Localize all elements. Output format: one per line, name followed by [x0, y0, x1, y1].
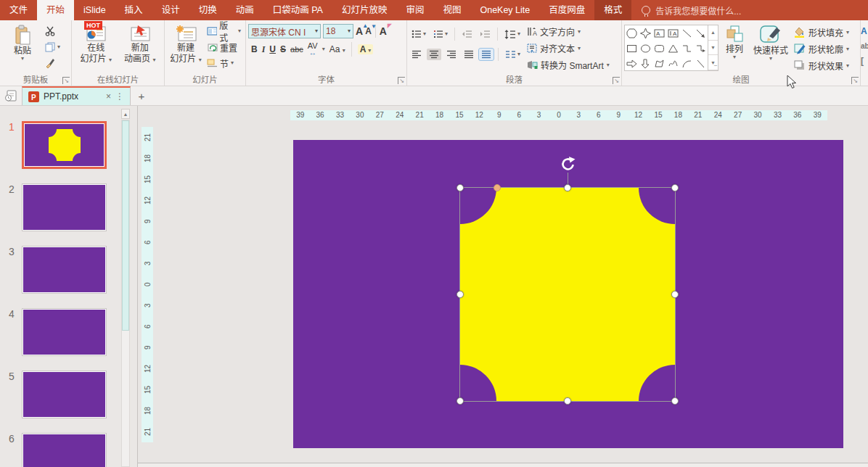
menu-tab[interactable]: 百度网盘: [539, 0, 594, 20]
menu-tab[interactable]: 文件: [0, 0, 37, 20]
align-left-button[interactable]: [409, 49, 424, 60]
align-text-button[interactable]: 对齐文本▾: [527, 41, 610, 56]
shape-elbow-connector[interactable]: [680, 41, 694, 56]
shape-star-4-point[interactable]: [639, 25, 652, 41]
shape-octagon[interactable]: [625, 25, 639, 41]
shape-effects-button[interactable]: 形状效果▾: [794, 58, 849, 73]
shape-triangle[interactable]: [666, 41, 680, 56]
shape-right-arrow[interactable]: [625, 56, 639, 71]
shadow-button[interactable]: S: [280, 44, 286, 54]
shape-text-box[interactable]: A: [652, 25, 666, 41]
resize-handle-se[interactable]: [671, 397, 679, 405]
slide-thumbnail[interactable]: 5: [4, 371, 137, 418]
reset-button[interactable]: 重置: [205, 40, 243, 54]
resize-handle-ne[interactable]: [671, 184, 679, 191]
bold-button[interactable]: B: [251, 44, 258, 54]
strikethrough-button[interactable]: abc: [290, 45, 303, 54]
resize-handle-s[interactable]: [564, 397, 571, 405]
decrease-indent-button[interactable]: [459, 28, 475, 40]
slide-thumbnail-image[interactable]: [22, 371, 107, 418]
increase-font-size-button[interactable]: A▲: [356, 25, 363, 37]
paste-button[interactable]: 粘贴 ▾: [2, 22, 43, 72]
slide-thumbnail-image[interactable]: [22, 183, 107, 231]
align-right-button[interactable]: [444, 49, 459, 60]
arrange-button[interactable]: 排列 ▾: [718, 22, 750, 72]
adjustment-handle[interactable]: [494, 184, 501, 191]
slide-editing-surface[interactable]: [293, 140, 843, 448]
shape-freeform[interactable]: [652, 56, 666, 71]
shape-gallery-scrollbar[interactable]: ▲ ▼ ▼̲: [708, 25, 718, 70]
text-direction-button[interactable]: A 文字方向▾: [527, 24, 610, 39]
tell-me-search[interactable]: 告诉我您想要做什么...: [631, 0, 868, 20]
document-tab[interactable]: P PPT.pptx × ⋮: [22, 86, 131, 105]
yellow-concave-corner-square[interactable]: [460, 188, 675, 401]
shape-rectangle[interactable]: [625, 41, 639, 56]
slide-thumbnail-image[interactable]: [22, 308, 107, 356]
format-painter-button[interactable]: [43, 56, 62, 70]
slide-thumbnail[interactable]: 4: [4, 308, 137, 356]
font-color-button[interactable]: A ▾: [358, 44, 374, 54]
columns-button[interactable]: ▾: [503, 49, 523, 60]
menu-tab[interactable]: OneKey Lite: [470, 0, 539, 20]
resize-handle-n[interactable]: [564, 184, 571, 191]
menu-tab[interactable]: 切换: [189, 0, 226, 20]
drawing-dialog-launcher[interactable]: ↘: [851, 77, 859, 84]
menu-tab[interactable]: 格式: [594, 0, 631, 20]
gallery-more-icon[interactable]: ▼̲: [708, 55, 718, 70]
numbering-button[interactable]: ▾: [431, 28, 450, 40]
new-tab-button[interactable]: +: [131, 86, 152, 105]
close-tab-icon[interactable]: ×: [106, 91, 111, 102]
shape-diagonal-line[interactable]: [694, 56, 708, 71]
cut-button[interactable]: [43, 24, 62, 38]
menu-tab[interactable]: 审阅: [396, 0, 433, 20]
clipboard-dialog-launcher[interactable]: ↘: [62, 77, 70, 84]
increase-indent-button[interactable]: [478, 28, 493, 40]
shape-fill-button[interactable]: 形状填充▾: [794, 25, 849, 40]
align-center-button[interactable]: [427, 49, 441, 60]
shape-line[interactable]: [680, 25, 694, 41]
font-dialog-launcher[interactable]: ↘: [398, 77, 405, 84]
distribute-text-button[interactable]: [479, 49, 494, 60]
font-family-combo[interactable]: 思源宋体 CN I ▾: [248, 24, 321, 38]
line-spacing-button[interactable]: ▾: [502, 28, 523, 41]
resize-handle-sw[interactable]: [456, 397, 464, 405]
underline-button[interactable]: U: [269, 44, 276, 54]
slide-thumbnail-image[interactable]: [22, 121, 107, 169]
clear-formatting-button[interactable]: A◤: [380, 25, 387, 37]
font-size-combo[interactable]: 18 ▾: [323, 24, 353, 38]
slide-thumbnail[interactable]: 1: [4, 121, 137, 169]
thumbnail-scrollbar[interactable]: ▲: [121, 109, 130, 467]
menu-tab[interactable]: 口袋动画 PA: [263, 0, 332, 20]
resize-handle-w[interactable]: [456, 291, 464, 298]
convert-to-smartart-button[interactable]: 转换为 SmartArt▾: [527, 57, 610, 73]
slide-thumbnail[interactable]: 2: [4, 183, 137, 231]
menu-tab[interactable]: 幻灯片放映: [332, 0, 397, 20]
character-spacing-button[interactable]: AV↔: [308, 43, 318, 56]
history-button[interactable]: [0, 86, 22, 105]
gallery-scroll-down-icon[interactable]: ▼: [708, 41, 718, 56]
shape-down-arrow[interactable]: [639, 56, 652, 71]
menu-tab[interactable]: 插入: [115, 0, 152, 20]
shape-vertical-text-box[interactable]: A: [666, 25, 680, 41]
menu-tab[interactable]: 视图: [433, 0, 470, 20]
slide-thumbnail-image[interactable]: [22, 433, 107, 467]
menu-tab[interactable]: 动画: [226, 0, 263, 20]
layout-button[interactable]: 版式▾: [205, 24, 243, 38]
quick-styles-button[interactable]: 快速样式 ▾: [750, 22, 791, 72]
resize-handle-e[interactable]: [671, 291, 679, 298]
thumbnail-scroll-thumb[interactable]: [122, 120, 129, 331]
shape-oval[interactable]: [639, 41, 652, 56]
paragraph-dialog-launcher[interactable]: ↘: [613, 77, 620, 84]
slide-thumbnail-image[interactable]: [22, 246, 107, 294]
shape-arc[interactable]: [680, 56, 694, 71]
selected-shape[interactable]: [459, 187, 676, 402]
copy-button[interactable]: ▾: [43, 40, 62, 54]
menu-tab[interactable]: iSlide: [74, 0, 115, 20]
italic-button[interactable]: I: [262, 44, 266, 55]
section-button[interactable]: 节▾: [205, 56, 243, 70]
shape-outline-button[interactable]: 形状轮廓▾: [794, 41, 849, 57]
new-slide-button[interactable]: 新建 幻灯片 ▾: [167, 22, 205, 72]
bullets-button[interactable]: ▾: [409, 28, 428, 40]
shape-scribble[interactable]: [666, 56, 680, 71]
shape-elbow-arrow-connector[interactable]: [694, 41, 708, 56]
